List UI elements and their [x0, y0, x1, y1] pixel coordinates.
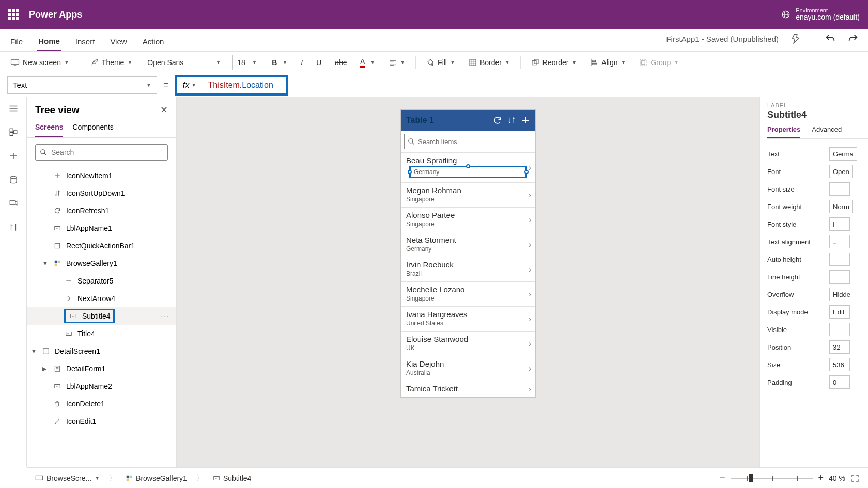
- gallery-item[interactable]: Neta StormentGermany›: [401, 232, 535, 257]
- property-value[interactable]: Hidde: [829, 288, 854, 301]
- tree-list[interactable]: IconNewItem1IconSortUpDown1IconRefresh1L…: [27, 167, 176, 467]
- tree-item[interactable]: LblAppName2: [27, 377, 176, 395]
- tree-item[interactable]: LblAppName1: [27, 219, 176, 237]
- property-value[interactable]: [829, 182, 850, 196]
- app-launcher-icon[interactable]: [8, 9, 19, 20]
- close-tree-button[interactable]: ✕: [160, 104, 168, 116]
- new-screen-button[interactable]: New screen ▼: [7, 56, 72, 69]
- property-value[interactable]: Open: [829, 165, 853, 178]
- font-color-button[interactable]: A▼: [357, 55, 378, 70]
- chevron-right-icon[interactable]: ›: [529, 215, 531, 225]
- tree-item[interactable]: ▼BrowseGallery1: [27, 255, 176, 272]
- gallery-item[interactable]: Irvin RoebuckBrazil›: [401, 257, 535, 281]
- formula-bar[interactable]: fx ▼ ThisItem.Location: [175, 75, 288, 96]
- rail-insert-icon[interactable]: [8, 151, 19, 161]
- chevron-right-icon[interactable]: ›: [529, 163, 531, 172]
- property-value[interactable]: 0: [829, 375, 850, 389]
- gallery-item[interactable]: Alonso ParteeSingapore›: [401, 207, 535, 232]
- tree-search-input[interactable]: [51, 148, 163, 156]
- chevron-right-icon[interactable]: ›: [529, 314, 531, 324]
- expand-icon[interactable]: ▼: [42, 260, 48, 266]
- fx-button[interactable]: fx ▼: [177, 77, 203, 93]
- tree-item[interactable]: Subtitle4···: [27, 307, 176, 325]
- property-selector[interactable]: Text ▼: [7, 76, 157, 94]
- fill-button[interactable]: Fill ▼: [423, 56, 458, 69]
- rail-hamburger-icon[interactable]: [8, 103, 19, 114]
- gallery-item[interactable]: Megan RohmanSingapore›: [401, 182, 535, 207]
- rail-media-icon[interactable]: [8, 198, 19, 209]
- tree-item[interactable]: Title4: [27, 325, 176, 342]
- chevron-right-icon[interactable]: ›: [529, 364, 531, 373]
- canvas[interactable]: Table 1 Beau SpratlingGermany›Megan Rohm…: [177, 97, 760, 467]
- rail-tree-icon[interactable]: [8, 127, 19, 137]
- tree-item[interactable]: IconEdit1: [27, 413, 176, 430]
- chevron-right-icon[interactable]: ›: [529, 240, 531, 249]
- expand-icon[interactable]: ▼: [31, 348, 37, 354]
- menu-home[interactable]: Home: [37, 37, 61, 51]
- align-button[interactable]: Align ▼: [587, 56, 629, 69]
- property-value[interactable]: Norm: [829, 200, 853, 213]
- chevron-right-icon[interactable]: ›: [529, 265, 531, 274]
- italic-button[interactable]: I: [298, 56, 306, 69]
- tab-screens[interactable]: Screens: [35, 120, 63, 137]
- tree-item[interactable]: NextArrow4: [27, 290, 176, 307]
- border-button[interactable]: Border ▼: [466, 56, 513, 69]
- app-checker-icon[interactable]: [790, 33, 801, 44]
- phone-search-input[interactable]: [418, 138, 529, 146]
- property-value[interactable]: 536: [829, 358, 850, 371]
- selected-subtitle[interactable]: Germany: [409, 166, 527, 178]
- tree-item[interactable]: IconDelete1: [27, 395, 176, 413]
- tab-advanced[interactable]: Advanced: [812, 125, 842, 138]
- redo-button[interactable]: [847, 33, 859, 44]
- rail-data-icon[interactable]: [8, 175, 19, 185]
- menu-view[interactable]: View: [109, 37, 128, 51]
- property-value[interactable]: Edit: [829, 305, 850, 319]
- property-value[interactable]: [829, 323, 850, 336]
- gallery-item[interactable]: Beau SpratlingGermany›: [401, 152, 535, 182]
- property-value[interactable]: [829, 253, 850, 266]
- gallery-item[interactable]: Ivana HargreavesUnited States›: [401, 306, 535, 331]
- tab-components[interactable]: Components: [72, 120, 113, 137]
- tree-item[interactable]: IconRefresh1: [27, 202, 176, 219]
- rail-tools-icon[interactable]: [8, 222, 19, 232]
- chevron-right-icon[interactable]: ›: [529, 339, 531, 349]
- phone-search[interactable]: [404, 134, 532, 149]
- font-size-select[interactable]: 18 ▼: [233, 55, 261, 70]
- refresh-icon[interactable]: [493, 116, 502, 125]
- font-name-select[interactable]: Open Sans ▼: [143, 55, 225, 70]
- tab-properties[interactable]: Properties: [767, 125, 800, 138]
- property-value[interactable]: I: [829, 217, 850, 231]
- tree-item[interactable]: IconSortUpDown1: [27, 184, 176, 202]
- browse-gallery[interactable]: Beau SpratlingGermany›Megan RohmanSingap…: [401, 152, 535, 397]
- gallery-item[interactable]: Mechelle LozanoSingapore›: [401, 281, 535, 306]
- phone-screen[interactable]: Table 1 Beau SpratlingGermany›Megan Rohm…: [400, 109, 536, 398]
- sort-icon[interactable]: [507, 116, 516, 125]
- menu-action[interactable]: Action: [142, 37, 165, 51]
- underline-button[interactable]: U: [313, 56, 324, 69]
- gallery-item[interactable]: Elouise StanwoodUK›: [401, 331, 535, 356]
- gallery-item[interactable]: Tamica Trickett›: [401, 381, 535, 397]
- property-value[interactable]: [829, 270, 850, 284]
- group-button[interactable]: Group ▼: [636, 56, 682, 69]
- tree-item[interactable]: IconNewItem1: [27, 167, 176, 184]
- chevron-right-icon[interactable]: ›: [529, 191, 531, 200]
- menu-file[interactable]: File: [9, 37, 24, 51]
- bold-button[interactable]: B▼: [269, 56, 290, 69]
- gallery-item[interactable]: Kia DejohnAustralia›: [401, 356, 535, 381]
- chevron-right-icon[interactable]: ›: [529, 385, 531, 394]
- menu-insert[interactable]: Insert: [74, 37, 96, 51]
- tree-search[interactable]: [35, 144, 168, 161]
- chevron-right-icon[interactable]: ›: [529, 290, 531, 299]
- property-value[interactable]: 32: [829, 340, 850, 354]
- strikethrough-button[interactable]: abc: [332, 56, 350, 69]
- tree-item[interactable]: Separator5: [27, 272, 176, 290]
- environment-picker[interactable]: Environment enayu.com (default): [781, 7, 860, 21]
- tree-item[interactable]: RectQuickActionBar1: [27, 237, 176, 255]
- tree-item[interactable]: ▶DetailForm1: [27, 360, 176, 377]
- undo-button[interactable]: [825, 33, 836, 44]
- add-icon[interactable]: [521, 116, 530, 125]
- reorder-button[interactable]: Reorder ▼: [528, 56, 580, 69]
- tree-item[interactable]: ▼DetailScreen1: [27, 342, 176, 360]
- property-value[interactable]: Germa: [829, 147, 857, 161]
- theme-button[interactable]: Theme ▼: [87, 56, 135, 69]
